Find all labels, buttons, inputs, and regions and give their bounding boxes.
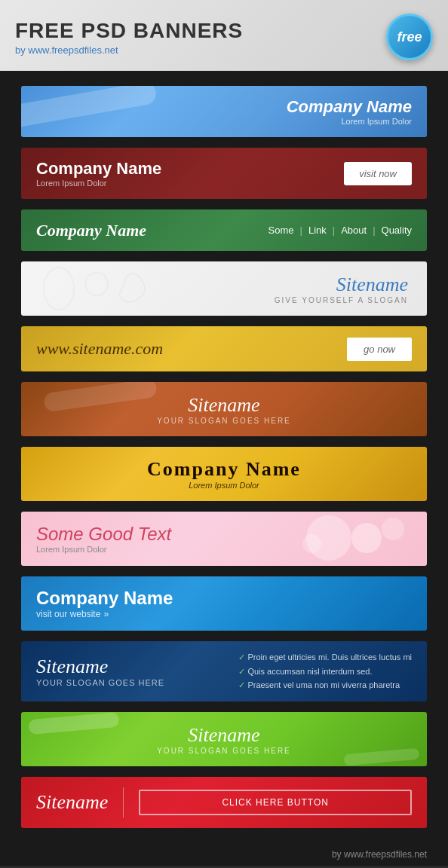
banner-11-title: Sitename	[188, 724, 259, 747]
bullet-3: Praesent vel uma non mi viverra pharetra	[238, 678, 412, 692]
banner-1-text: Company Name Lorem Ipsum Dolor	[287, 97, 412, 126]
banner-red: Sitename CLICK HERE BUTTON	[21, 777, 427, 828]
banner-3-nav: Some | Link | About | Quality	[268, 225, 412, 236]
nav-item-about[interactable]: About	[341, 225, 367, 236]
nav-item-link[interactable]: Link	[308, 225, 327, 236]
bullet-1: Proin eget ultricies mi. Duis ultrices l…	[238, 650, 412, 665]
page-footer: by www.freepsdfiles.net	[0, 843, 448, 866]
header-subtitle: by www.freepsdfiles.net	[15, 44, 243, 56]
svg-point-1	[85, 273, 108, 295]
footer-text: by www.freepsdfiles.net	[332, 849, 427, 860]
banner-1-subtitle: Lorem Ipsum Dolor	[287, 117, 412, 126]
bullet-2: Quis accumsan nisl interdum sed.	[238, 665, 412, 679]
banner-10-left: Sitename YOUR SLOGAN GOES HERE	[36, 656, 164, 687]
banner-gold: www.sitename.com go now	[21, 326, 427, 371]
banner-1-title: Company Name	[287, 97, 412, 117]
banner-3-title: Company Name	[36, 221, 146, 240]
sketch-doodles-icon	[21, 261, 172, 316]
nav-sep-3: |	[373, 225, 375, 236]
banner-pink: Some Good Text Lorem Ipsum Dolor	[21, 512, 427, 566]
visit-now-button[interactable]: visit now	[344, 162, 412, 185]
nav-sep-2: |	[333, 225, 335, 236]
banners-area: Company Name Lorem Ipsum Dolor Company N…	[0, 71, 448, 843]
banner-9-text: Company Name visit our website	[36, 588, 173, 619]
header-text: FREE PSD BANNERS by www.freepsdfiles.net	[15, 19, 243, 56]
page-header: FREE PSD BANNERS by www.freepsdfiles.net…	[0, 0, 448, 71]
banner-12-left: Sitename	[36, 791, 108, 814]
banner-brown: Sitename YOUR SLOGAN GOES HERE	[21, 382, 427, 436]
divider-line	[123, 787, 124, 818]
banner-6-title: Sitename	[188, 394, 259, 417]
go-now-button[interactable]: go now	[347, 338, 412, 361]
banner-12-title: Sitename	[36, 791, 108, 814]
banner-6-subtitle: YOUR SLOGAN GOES HERE	[157, 417, 291, 425]
banner-dark-red: Company Name Lorem Ipsum Dolor visit now	[21, 148, 427, 199]
nav-item-some[interactable]: Some	[268, 225, 294, 236]
banner-9-title: Company Name	[36, 588, 173, 609]
banner-8-left: Some Good Text Lorem Ipsum Dolor	[36, 524, 171, 554]
banner-7-title: Company Name	[147, 458, 301, 481]
banner-dark-blue: Sitename YOUR SLOGAN GOES HERE Proin ege…	[21, 641, 427, 701]
banner-4-title: Sitename	[275, 274, 408, 296]
banner-11-subtitle: YOUR SLOGAN GOES HERE	[157, 747, 291, 755]
banner-green: Company Name Some | Link | About | Quali…	[21, 209, 427, 251]
banner-5-title: www.sitename.com	[36, 339, 163, 359]
banner-8-subtitle: Lorem Ipsum Dolor	[36, 545, 171, 554]
banner-green-bright: Sitename YOUR SLOGAN GOES HERE	[21, 712, 427, 766]
banner-8-title: Some Good Text	[36, 524, 171, 545]
svg-point-0	[44, 267, 74, 310]
banner-4-text: Sitename GIVE YOURSELF A SLOGAN	[275, 274, 408, 304]
banner-2-left: Company Name Lorem Ipsum Dolor	[36, 159, 161, 188]
banner-blue-solid: Company Name visit our website	[21, 576, 427, 631]
banner-9-subtitle: visit our website	[36, 609, 173, 619]
banner-2-title: Company Name	[36, 159, 161, 179]
banner-7-subtitle: Lorem Ipsum Dolor	[189, 481, 259, 490]
banner-2-subtitle: Lorem Ipsum Dolor	[36, 179, 161, 188]
banner-10-title: Sitename	[36, 656, 164, 678]
nav-item-quality[interactable]: Quality	[382, 225, 412, 236]
nav-sep-1: |	[300, 225, 302, 236]
banner-yellow: Company Name Lorem Ipsum Dolor	[21, 447, 427, 501]
click-here-button[interactable]: CLICK HERE BUTTON	[139, 790, 412, 815]
banner-white-sketch: Sitename GIVE YOURSELF A SLOGAN	[21, 261, 427, 316]
banner-10-subtitle: YOUR SLOGAN GOES HERE	[36, 678, 164, 687]
banner-4-subtitle: GIVE YOURSELF A SLOGAN	[275, 296, 408, 304]
banner-10-bullets: Proin eget ultricies mi. Duis ultrices l…	[238, 650, 412, 692]
page-title: FREE PSD BANNERS	[15, 19, 243, 43]
banner-blue-gradient: Company Name Lorem Ipsum Dolor	[21, 86, 427, 137]
free-badge: free	[386, 14, 433, 60]
bokeh-blobs-icon	[261, 512, 412, 566]
